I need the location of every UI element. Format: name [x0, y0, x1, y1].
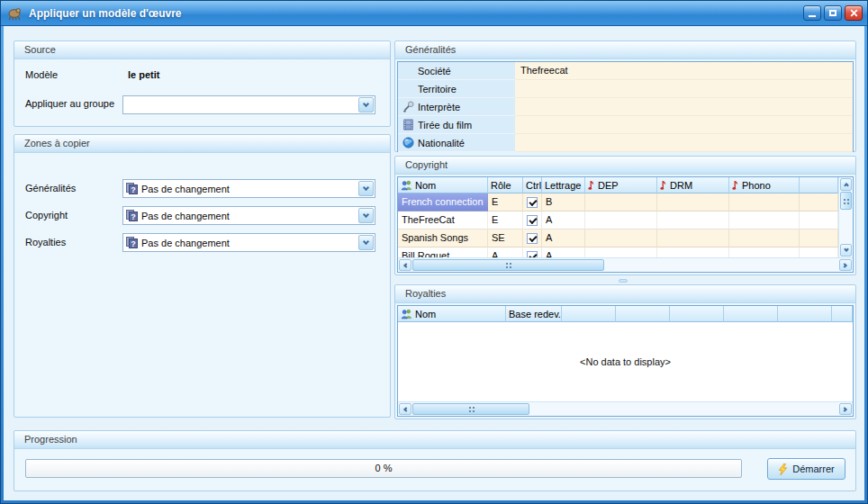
cell-drm[interactable]: [657, 212, 729, 230]
cell-lettrage[interactable]: A: [542, 248, 585, 257]
cell-role[interactable]: A: [488, 248, 523, 257]
microphone-icon: [402, 101, 414, 112]
zones-group-body: Généralités ? Pas de changement Copyrigh…: [14, 153, 390, 417]
zone-copyright-dropdown-button[interactable]: [358, 208, 374, 223]
cell-role[interactable]: SE: [488, 230, 523, 248]
cell-nom[interactable]: Bill Roquet: [398, 248, 488, 257]
column-header-nom[interactable]: Nom: [398, 306, 506, 322]
zone-generalites-combobox[interactable]: ? Pas de changement: [122, 179, 375, 198]
horizontal-scrollbar-thumb[interactable]: [412, 259, 604, 271]
cell-lettrage[interactable]: A: [542, 212, 585, 230]
cell-drm[interactable]: [657, 230, 729, 248]
column-header-extra[interactable]: [670, 306, 724, 322]
minimize-button[interactable]: [803, 5, 821, 21]
scroll-up-button[interactable]: [840, 178, 852, 191]
no-change-icon: ?: [126, 183, 138, 194]
zone-royalties-combobox[interactable]: ? Pas de changement: [122, 233, 375, 252]
column-header-dep[interactable]: DEP: [585, 177, 657, 194]
cell-nom[interactable]: French connection: [398, 194, 488, 212]
start-button[interactable]: Démarrer: [767, 458, 845, 480]
apply-group-combobox[interactable]: [122, 95, 375, 114]
ctrl-checkbox[interactable]: [527, 197, 538, 208]
splitter-grip[interactable]: [619, 279, 628, 283]
cell-nom[interactable]: TheFreeCat: [398, 212, 488, 230]
zone-royalties-label: Royalties: [25, 237, 66, 248]
cell-phono[interactable]: [729, 230, 800, 248]
nationalite-value[interactable]: [515, 134, 853, 152]
cell-dep[interactable]: [585, 230, 657, 248]
zone-copyright-combobox[interactable]: ? Pas de changement: [122, 206, 375, 225]
cell-lettrage[interactable]: A: [542, 230, 585, 248]
lightning-icon: [778, 464, 788, 475]
cell-role[interactable]: E: [488, 212, 523, 230]
column-header-ctrl[interactable]: Ctrl: [523, 177, 542, 194]
cell-nom[interactable]: Spanish Songs: [398, 230, 488, 248]
close-button[interactable]: [845, 5, 863, 21]
interprete-value[interactable]: [515, 98, 853, 116]
column-header-extra[interactable]: [778, 306, 832, 322]
horizontal-scrollbar-thumb[interactable]: [412, 403, 529, 415]
societe-label: Société: [398, 62, 515, 80]
source-group-header: Source: [14, 41, 390, 59]
scroll-left-button[interactable]: [399, 403, 411, 415]
music-note-icon: [660, 180, 667, 191]
cell-phono[interactable]: [729, 194, 800, 212]
column-header-extra[interactable]: [832, 306, 853, 322]
cell-extra[interactable]: [800, 230, 838, 248]
dialog-client-area: Source Modèle le petit Appliquer au grou…: [4, 26, 864, 500]
ctrl-checkbox[interactable]: [527, 215, 538, 226]
cell-phono[interactable]: [729, 248, 800, 257]
cell-ctrl[interactable]: [523, 248, 542, 257]
generalites-group: Généralités Société Thefreecat Territoir…: [394, 40, 856, 152]
zone-royalties-dropdown-button[interactable]: [358, 235, 374, 250]
scroll-down-button[interactable]: [840, 244, 852, 256]
column-header-extra[interactable]: [616, 306, 670, 322]
nationalite-label: Nationalité: [398, 134, 515, 152]
table-row: Bill Roquet A A: [398, 248, 838, 257]
maximize-button[interactable]: [824, 5, 842, 21]
column-header-nom[interactable]: Nom: [398, 177, 488, 194]
column-header-extra[interactable]: [800, 177, 838, 194]
cell-ctrl[interactable]: [523, 212, 542, 230]
cell-phono[interactable]: [729, 212, 800, 230]
maximize-icon: [829, 10, 836, 16]
horizontal-scrollbar[interactable]: [398, 257, 853, 272]
column-header-drm[interactable]: DRM: [657, 177, 729, 194]
table-row: French connection E B: [398, 194, 838, 212]
column-header-extra[interactable]: [562, 306, 616, 322]
cell-dep[interactable]: [585, 248, 657, 257]
column-header-base-redevance[interactable]: Base redev.: [506, 306, 562, 322]
cell-lettrage[interactable]: B: [542, 194, 585, 212]
vertical-scrollbar-thumb[interactable]: [840, 192, 852, 210]
zone-generalites-dropdown-button[interactable]: [358, 181, 374, 196]
scroll-right-button[interactable]: [839, 403, 852, 415]
ctrl-checkbox[interactable]: [527, 233, 538, 244]
cell-drm[interactable]: [657, 194, 729, 212]
cell-ctrl[interactable]: [523, 230, 542, 248]
cell-extra[interactable]: [800, 248, 838, 257]
territoire-value[interactable]: [515, 80, 853, 98]
apply-group-dropdown-button[interactable]: [358, 97, 374, 112]
table-row: Société Thefreecat: [398, 62, 853, 80]
cell-dep[interactable]: [585, 194, 657, 212]
tiree-du-film-value[interactable]: [515, 116, 853, 134]
scroll-left-button[interactable]: [399, 259, 411, 271]
column-header-phono[interactable]: Phono: [729, 177, 800, 194]
cell-ctrl[interactable]: [523, 194, 542, 212]
titlebar[interactable]: Appliquer un modèle d'œuvre: [1, 1, 867, 26]
ctrl-checkbox[interactable]: [527, 251, 538, 258]
scroll-right-button[interactable]: [839, 259, 852, 271]
column-header-role[interactable]: Rôle: [488, 177, 523, 194]
column-header-extra[interactable]: [724, 306, 778, 322]
cell-extra[interactable]: [800, 212, 838, 230]
cell-role[interactable]: E: [488, 194, 523, 212]
horizontal-scrollbar[interactable]: [398, 401, 853, 416]
cell-dep[interactable]: [585, 212, 657, 230]
cell-drm[interactable]: [657, 248, 729, 257]
cell-extra[interactable]: [800, 194, 838, 212]
vertical-scrollbar[interactable]: [838, 177, 853, 257]
chevron-down-icon: [363, 184, 369, 191]
societe-value[interactable]: Thefreecat: [515, 62, 853, 80]
column-header-lettrage[interactable]: Lettrage: [542, 177, 585, 194]
territoire-label: Territoire: [398, 80, 515, 98]
